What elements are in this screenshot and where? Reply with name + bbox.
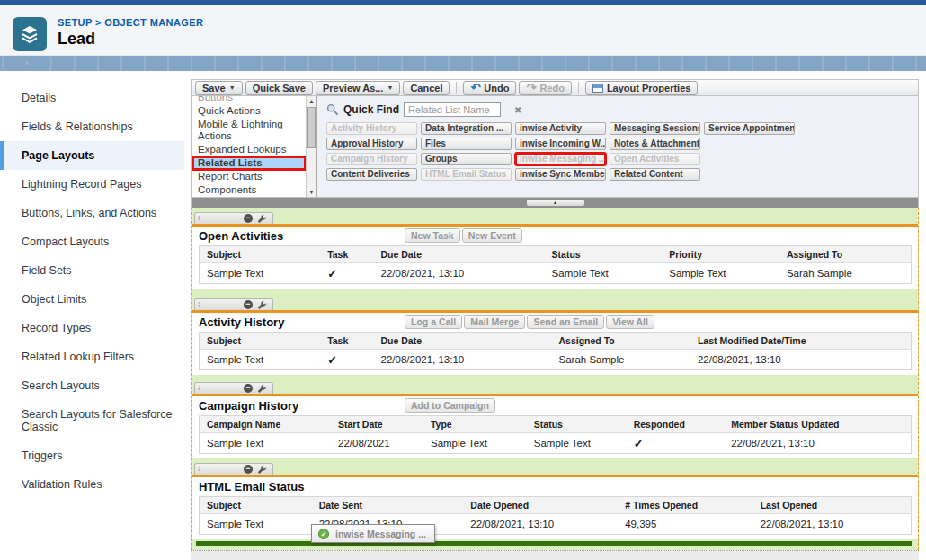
object-manager-layers-icon <box>13 17 47 51</box>
palette-item-inwise-incoming-w[interactable]: inwise Incoming W... <box>515 138 606 150</box>
drag-grip-icon: ⁞⁞ <box>198 215 200 222</box>
collapse-palette-handle[interactable]: ▲ <box>527 200 584 206</box>
palette-item-messaging-sessions[interactable]: Messaging Sessions <box>610 122 700 135</box>
column-header-assigned-to: Assigned To <box>779 246 912 263</box>
palette-category-report-charts[interactable]: Report Charts <box>192 170 306 183</box>
palette-category-list: ButtonsQuick ActionsMobile & Lightning A… <box>192 96 306 197</box>
palette-category-mobile-lightning-actions[interactable]: Mobile & Lightning Actions <box>192 118 306 143</box>
palette-item-approval-history[interactable]: Approval History <box>326 138 417 150</box>
breadcrumb[interactable]: SETUP > OBJECT MANAGER <box>58 17 203 28</box>
palette-item-data-integration[interactable]: Data Integration ... <box>421 122 512 135</box>
palette-category-buttons[interactable]: Buttons <box>192 96 306 104</box>
drop-target-indicator <box>196 541 912 546</box>
sidebar-item-fields-relationships[interactable]: Fields & Relationships <box>0 112 184 141</box>
check-icon: ✓ <box>320 263 373 284</box>
sidebar-item-lightning-record-pages[interactable]: Lightning Record Pages <box>0 170 184 199</box>
sidebar-item-buttons-links-and-actions[interactable]: Buttons, Links, and Actions <box>0 199 184 227</box>
palette-category-scrollbar[interactable]: ▲ ▼ <box>306 96 317 197</box>
sample-cell: Sample Text <box>200 263 321 284</box>
layout-properties-button[interactable]: Layout Properties <box>585 81 699 95</box>
save-button[interactable]: Save ▼ <box>195 81 243 95</box>
sample-cell: Sample Text <box>527 433 627 454</box>
wrench-icon[interactable] <box>257 300 267 310</box>
scroll-up-icon[interactable]: ▲ <box>308 97 315 105</box>
section-drag-handle[interactable]: ⁞⁞− <box>194 298 273 310</box>
column-header-times-opened: # Times Opened <box>618 497 752 514</box>
preview-as-button[interactable]: Preview As... ▼ <box>316 81 400 95</box>
preview-button-send-an-email: Send an Email <box>527 315 604 329</box>
redo-button: ↷ Redo <box>519 81 571 95</box>
palette-category-related-lists[interactable]: Related Lists <box>192 156 306 170</box>
sidebar-item-search-layouts[interactable]: Search Layouts <box>0 371 184 400</box>
preview-button-new-task: New Task <box>405 228 460 243</box>
scroll-down-icon[interactable]: ▼ <box>308 188 315 196</box>
palette-item-related-content[interactable]: Related Content <box>610 168 700 181</box>
scrollbar-thumb[interactable] <box>307 107 316 148</box>
sidebar-item-search-layouts-for-salesforce-classic[interactable]: Search Layouts for Salesforce Classic <box>0 400 184 441</box>
sample-cell: Sample Text <box>423 433 527 454</box>
wrench-icon[interactable] <box>257 384 267 394</box>
remove-section-icon[interactable]: − <box>244 214 253 223</box>
sidebar-item-validation-rules[interactable]: Validation Rules <box>0 470 184 499</box>
sidebar-item-record-types[interactable]: Record Types <box>0 314 184 342</box>
column-header-subject: Subject <box>200 333 321 350</box>
sidebar-item-triggers[interactable]: Triggers <box>0 441 184 470</box>
preview-button-view-all: View All <box>606 315 654 329</box>
quick-find-input[interactable]: Related List Name <box>404 102 501 117</box>
related-list-section-campaign-history: ⁞⁞−Campaign HistoryAdd to CampaignCampai… <box>192 382 918 458</box>
save-dropdown-caret-icon[interactable]: ▼ <box>229 83 236 93</box>
remove-section-icon[interactable]: − <box>244 300 253 309</box>
sample-cell: 22/08/2021, 13:10 <box>374 350 552 370</box>
wrench-icon[interactable] <box>257 465 267 475</box>
sidebar-item-details[interactable]: Details <box>0 84 184 112</box>
preview-as-caret-icon[interactable]: ▼ <box>387 83 393 93</box>
section-title: HTML Email Status <box>199 479 912 494</box>
sidebar-item-field-sets[interactable]: Field Sets <box>0 256 184 285</box>
section-table: Campaign NameStart DateTypeStatusRespond… <box>199 415 912 454</box>
sample-row: Sample Text22/08/2021Sample TextSample T… <box>200 433 912 454</box>
quick-save-button[interactable]: Quick Save <box>245 81 313 95</box>
cancel-button[interactable]: Cancel <box>403 81 450 95</box>
related-list-section-activity-history: ⁞⁞−Activity HistoryLog a CallMail MergeS… <box>192 298 918 375</box>
palette-category-components[interactable]: Components <box>192 183 306 197</box>
palette-item-content-deliveries[interactable]: Content Deliveries <box>326 168 417 181</box>
clear-search-icon[interactable]: ✖ <box>514 105 521 115</box>
palette-item-groups[interactable]: Groups <box>421 153 512 165</box>
wrench-icon[interactable] <box>257 214 267 224</box>
palette-item-inwise-activity[interactable]: inwise Activity <box>515 122 606 135</box>
palette-item-activity-history: Activity History <box>326 122 417 135</box>
section-drag-handle[interactable]: ⁞⁞− <box>194 463 273 475</box>
section-drag-handle[interactable]: ⁞⁞− <box>194 382 273 394</box>
preview-button-add-to-campaign: Add to Campaign <box>405 398 495 413</box>
sidebar-item-related-lookup-filters[interactable]: Related Lookup Filters <box>0 342 184 371</box>
palette-item-notes-attachments[interactable]: Notes & Attachments <box>610 138 700 150</box>
palette-category-quick-actions[interactable]: Quick Actions <box>192 104 306 118</box>
quick-find-label: Quick Find <box>343 103 399 116</box>
layout-canvas: ✓ inwise Messaging ... ⁞⁞−Open Activitie… <box>191 208 919 550</box>
sidebar-item-page-layouts[interactable]: Page Layouts <box>0 141 184 170</box>
section-table: SubjectDate SentDate Opened# Times Opene… <box>199 496 912 535</box>
sidebar-item-object-limits[interactable]: Object Limits <box>0 285 184 314</box>
column-header-type: Type <box>423 416 527 433</box>
sidebar-item-compact-layouts[interactable]: Compact Layouts <box>0 227 184 256</box>
remove-section-icon[interactable]: − <box>244 384 253 393</box>
layout-properties-icon <box>592 84 603 93</box>
related-list-section-html-email-status: ⁞⁞−HTML Email StatusSubjectDate SentDate… <box>192 463 918 539</box>
palette-item-service-appointments[interactable]: Service Appointments <box>704 122 795 135</box>
section-table: SubjectTaskDue DateAssigned ToLast Modif… <box>199 332 912 370</box>
column-header-due-date: Due Date <box>374 333 552 350</box>
palette-column: Messaging SessionsNotes & AttachmentsOpe… <box>610 122 700 181</box>
drag-ghost[interactable]: ✓ inwise Messaging ... <box>311 524 435 543</box>
remove-section-icon[interactable]: − <box>244 465 253 474</box>
palette-item-html-email-status: HTML Email Status <box>421 168 512 181</box>
palette-column: Activity HistoryApproval HistoryCampaign… <box>326 122 417 181</box>
palette-category-expanded-lookups[interactable]: Expanded Lookups <box>192 143 306 156</box>
quick-find-row: Quick Find Related List Name ✖ <box>326 101 918 119</box>
section-card: Open ActivitiesNew TaskNew EventSubjectT… <box>192 227 918 289</box>
palette-item-inwise-sync-members[interactable]: inwise Sync Members <box>515 168 606 181</box>
section-drag-handle[interactable]: ⁞⁞− <box>194 212 273 224</box>
column-header-assigned-to: Assigned To <box>552 333 690 350</box>
column-header-status: Status <box>545 246 663 263</box>
undo-button[interactable]: ↶ Undo <box>463 81 516 95</box>
palette-item-files[interactable]: Files <box>421 138 512 150</box>
